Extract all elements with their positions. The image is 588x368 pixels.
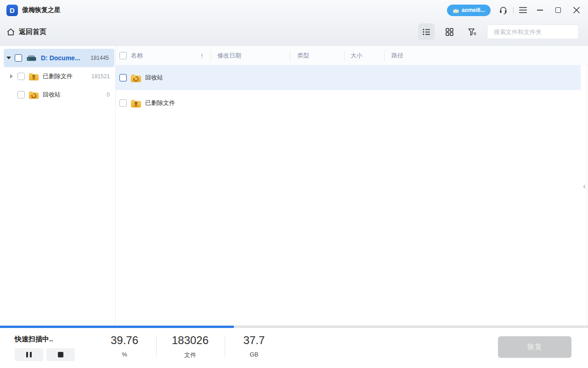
pause-icon — [30, 352, 32, 357]
column-header-size[interactable]: 大小 — [351, 46, 362, 65]
crown-icon — [452, 7, 459, 13]
list-view-button[interactable] — [418, 23, 435, 40]
stat-percent: 39.76 % — [111, 334, 138, 358]
maximize-icon — [555, 7, 561, 13]
search-box — [487, 24, 579, 39]
hamburger-icon — [519, 7, 527, 13]
content-area: D: Docume... 181445 已删除文件 181521 回收站 0 — [0, 46, 588, 325]
stop-button[interactable] — [46, 348, 75, 361]
stat-unit: 文件 — [172, 351, 209, 359]
statusbar: 快速扫描中.. 39.76 % 183026 文件 37.7 GB 恢复 — [0, 328, 588, 368]
list-view-icon — [422, 28, 431, 36]
column-header-type[interactable]: 类型 — [297, 46, 309, 65]
filter-button[interactable] — [464, 23, 481, 40]
expander-expand-icon[interactable] — [9, 74, 14, 79]
pause-button[interactable] — [15, 348, 43, 361]
drive-icon — [26, 53, 37, 63]
tree-item-count: 181445 — [90, 55, 109, 61]
column-header-name[interactable]: 名称 — [131, 46, 143, 65]
tree-item-drive-d[interactable]: D: Docume... 181445 — [4, 49, 114, 67]
close-button[interactable] — [573, 7, 580, 13]
scan-controls — [15, 348, 75, 361]
stat-value: 183026 — [172, 334, 209, 347]
tree-checkbox-recycle-bin[interactable] — [17, 91, 25, 98]
minimize-button[interactable] — [537, 10, 543, 11]
tree-item-recycle-bin[interactable]: 回收站 0 — [0, 86, 115, 104]
stop-icon — [58, 352, 63, 357]
file-row-deleted-files[interactable]: 已删除文件 — [116, 90, 581, 116]
recover-button[interactable]: 恢复 — [498, 336, 571, 358]
headset-icon — [499, 6, 508, 15]
app-window: D 傲梅恢复之星 aomei6... — [0, 0, 588, 368]
minimize-icon — [537, 10, 543, 11]
table-header: 名称 ↑ 修改日期 类型 大小 路径 — [116, 46, 588, 65]
sidebar-tree: D: Docume... 181445 已删除文件 181521 回收站 0 — [0, 46, 116, 325]
account-label: aomei6... — [462, 7, 485, 13]
grid-view-button[interactable] — [441, 23, 458, 40]
stat-unit: % — [111, 351, 138, 358]
tree-checkbox-drive-d[interactable] — [15, 54, 22, 62]
back-home-button[interactable]: 返回首页 — [6, 28, 46, 36]
maximize-button[interactable] — [555, 7, 561, 13]
file-name: 回收站 — [145, 74, 163, 82]
titlebar-divider — [513, 7, 514, 14]
folder-trash-icon — [130, 98, 141, 108]
collapse-panel-button[interactable]: ‹ — [582, 181, 587, 190]
tree-item-count: 0 — [107, 92, 110, 98]
stat-value: 37.7 — [243, 334, 265, 347]
tree-item-deleted-files[interactable]: 已删除文件 181521 — [0, 67, 115, 86]
search-input[interactable] — [494, 29, 575, 35]
file-name: 已删除文件 — [145, 99, 175, 107]
stat-files: 183026 文件 — [172, 334, 209, 359]
column-header-path[interactable]: 路径 — [391, 46, 403, 65]
stat-size: 37.7 GB — [243, 334, 265, 358]
home-icon — [6, 28, 15, 36]
app-logo-icon: D — [6, 5, 18, 16]
app-title: 傲梅恢复之星 — [22, 6, 61, 14]
close-icon — [573, 7, 580, 13]
pause-icon — [26, 352, 28, 357]
scan-status-text: 快速扫描中.. — [15, 335, 53, 344]
panel-edge-divider — [587, 65, 587, 325]
stat-unit: GB — [243, 351, 265, 358]
grid-view-icon — [445, 28, 454, 36]
folder-recycle-icon — [130, 73, 141, 83]
stat-divider — [225, 336, 225, 356]
column-divider — [211, 50, 211, 61]
support-button[interactable] — [499, 6, 508, 15]
tree-item-label: 回收站 — [43, 91, 61, 99]
tree-item-label: D: Docume... — [41, 54, 80, 62]
expander-collapse-icon[interactable] — [6, 56, 11, 60]
sort-ascending-icon[interactable]: ↑ — [200, 46, 204, 65]
column-header-modified[interactable]: 修改日期 — [217, 46, 241, 65]
column-divider — [344, 50, 345, 61]
window-chrome: D 傲梅恢复之星 aomei6... — [0, 0, 588, 46]
tree-item-label: 已删除文件 — [43, 72, 73, 80]
column-divider — [384, 50, 385, 61]
menu-button[interactable] — [519, 7, 527, 13]
tree-item-count: 181521 — [91, 73, 110, 80]
row-checkbox[interactable] — [119, 74, 127, 81]
stat-value: 39.76 — [111, 334, 138, 347]
tree-checkbox-deleted-files[interactable] — [17, 73, 25, 80]
toolbar: 返回首页 — [0, 20, 588, 46]
stat-divider — [156, 336, 157, 356]
select-all-checkbox[interactable] — [119, 52, 127, 59]
column-divider — [290, 50, 290, 61]
titlebar: D 傲梅恢复之星 aomei6... — [0, 0, 588, 20]
expander-spacer — [9, 92, 14, 97]
file-list-panel: 名称 ↑ 修改日期 类型 大小 路径 回收站 — [116, 46, 588, 325]
filter-icon — [468, 28, 477, 36]
row-checkbox[interactable] — [119, 99, 127, 107]
folder-recycle-icon — [28, 90, 39, 99]
account-button[interactable]: aomei6... — [447, 5, 491, 16]
file-row-recycle-bin[interactable]: 回收站 — [116, 65, 581, 90]
folder-trash-icon — [28, 72, 39, 81]
back-home-label: 返回首页 — [19, 28, 46, 36]
